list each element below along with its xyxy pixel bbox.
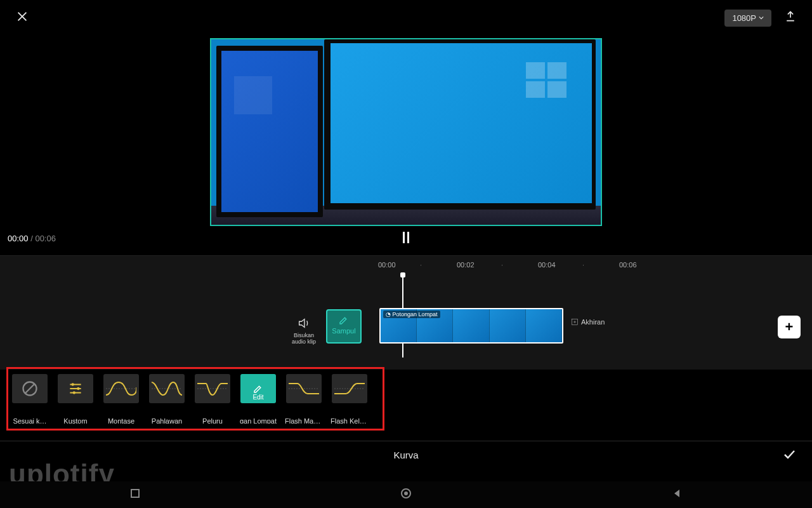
panel-title: Kurva [393, 450, 418, 460]
mute-label: Bisukan audio klip [288, 333, 320, 345]
preset-none[interactable]: Sesuai k… [11, 374, 49, 424]
confirm-button[interactable] [782, 446, 797, 464]
ending-button[interactable]: Akhiran [571, 318, 605, 326]
export-icon[interactable] [784, 10, 797, 25]
pencil-icon [338, 314, 350, 326]
preset-label: Sesuai k… [13, 417, 46, 424]
curve-icon [289, 378, 319, 399]
speaker-icon [297, 316, 311, 330]
playback-time: 00:00 / 00:06 [8, 234, 56, 243]
video-clip[interactable]: ◔ Potongan Lompat [379, 308, 563, 344]
timeline-ruler: 00:00 · 00:02 · 00:04 · 00:06 [0, 261, 812, 274]
preset-lompat[interactable]: Edit gan Lompat [239, 374, 277, 424]
preset-label: Montase [108, 417, 134, 424]
sliders-icon [67, 380, 84, 397]
preset-label: Flash Mas… [285, 417, 323, 424]
resolution-label: 1080P [732, 13, 756, 23]
curve-icon [106, 378, 136, 399]
preset-label: Kustom [63, 417, 87, 424]
clip-badge: ◔ Potongan Lompat [383, 311, 440, 318]
svg-point-2 [72, 383, 74, 385]
preset-label: Pahlawan [152, 417, 182, 424]
timeline[interactable]: 00:00 · 00:02 · 00:04 · 00:06 Bisukan au… [0, 255, 812, 370]
preset-label: Flash Kelu… [331, 417, 369, 424]
edit-label: Edit [240, 394, 276, 401]
curve-icon [197, 378, 228, 399]
panel-title-bar: Kurva [0, 441, 812, 469]
check-icon [782, 446, 797, 462]
android-navbar [0, 481, 812, 508]
cover-button[interactable]: Sampul [326, 309, 362, 344]
curve-presets-highlight: Sesuai k… Kustom Montase Pahlawan Peluru… [6, 367, 384, 431]
pause-button[interactable] [403, 232, 409, 243]
time-current: 00:00 [8, 234, 29, 243]
curve-icon [334, 378, 365, 399]
resolution-selector[interactable]: 1080P [724, 10, 771, 27]
mute-audio-button[interactable]: Bisukan audio klip [288, 316, 320, 345]
video-preview[interactable] [210, 38, 602, 226]
preset-montase[interactable]: Montase [102, 374, 140, 424]
pencil-icon [252, 383, 264, 394]
preset-peluru[interactable]: Peluru [193, 374, 232, 424]
svg-rect-5 [131, 490, 139, 497]
nav-back-icon[interactable] [672, 488, 682, 501]
plus-square-icon [571, 318, 579, 326]
preset-flash-in[interactable]: Flash Mas… [285, 374, 323, 424]
close-icon[interactable] [15, 10, 29, 26]
cover-label: Sampul [332, 327, 355, 335]
add-clip-button[interactable]: + [778, 316, 801, 338]
svg-point-7 [404, 491, 408, 495]
preset-flash-out[interactable]: Flash Kelu… [331, 374, 369, 424]
none-icon [21, 380, 39, 398]
nav-home-icon[interactable] [400, 488, 412, 502]
preset-custom[interactable]: Kustom [56, 374, 95, 424]
ending-label: Akhiran [581, 318, 605, 326]
chevron-down-icon [759, 15, 764, 20]
preset-pahlawan[interactable]: Pahlawan [148, 374, 186, 424]
preset-label: gan Lompat [240, 417, 277, 424]
time-total: 00:06 [35, 234, 56, 243]
svg-point-4 [73, 391, 75, 394]
svg-point-3 [77, 387, 79, 390]
curve-icon [152, 378, 182, 399]
preset-label: Peluru [202, 417, 223, 424]
nav-recent-icon[interactable] [130, 488, 140, 501]
